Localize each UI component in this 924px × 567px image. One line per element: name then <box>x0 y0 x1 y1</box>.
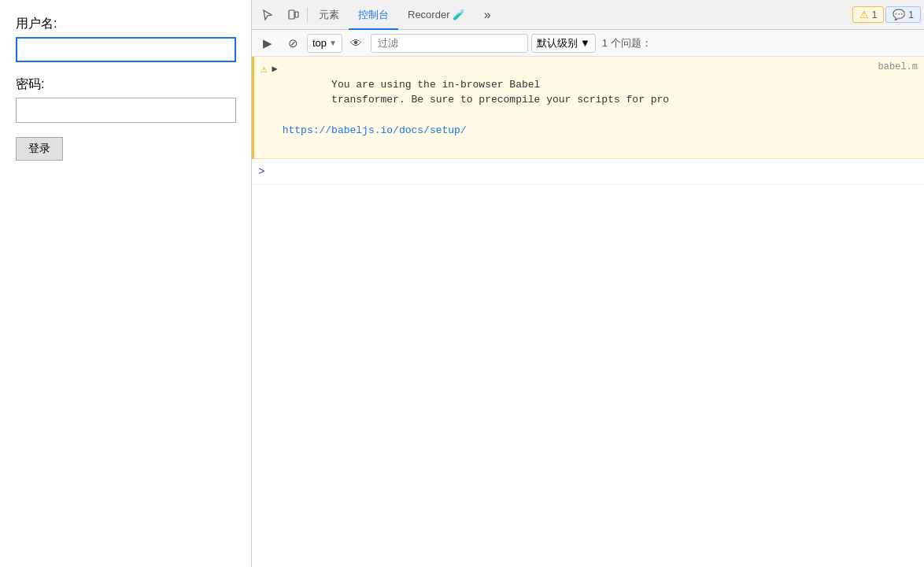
password-label: 密码: <box>16 76 235 93</box>
device-tool-button[interactable] <box>280 3 305 27</box>
filter-input[interactable] <box>371 34 528 53</box>
devtools-panel: 元素 控制台 Recorder 🧪 » ⚠ 1 💬 1 ▶ ⊘ top ▼ <box>252 0 924 567</box>
message-count: 1 <box>908 9 914 20</box>
tab-recorder[interactable]: Recorder 🧪 <box>398 0 475 30</box>
cursor-icon <box>261 9 274 21</box>
console-warning-icon: ⚠ <box>261 62 267 76</box>
console-prompt-row: > <box>252 159 924 185</box>
expand-warning-button[interactable]: ▶ <box>272 63 277 75</box>
tab-console[interactable]: 控制台 <box>349 0 398 30</box>
console-prompt-arrow[interactable]: > <box>258 165 264 178</box>
play-icon: ▶ <box>263 36 272 50</box>
console-toolbar: ▶ ⊘ top ▼ 👁 默认级别 ▼ 1 个问题： <box>252 30 924 57</box>
tab-separator <box>307 8 308 22</box>
devtools-tabbar: 元素 控制台 Recorder 🧪 » ⚠ 1 💬 1 <box>252 0 924 30</box>
dropdown-arrow-icon: ▼ <box>329 39 337 47</box>
issues-count: 1 个问题： <box>599 36 652 50</box>
svg-rect-1 <box>295 12 298 17</box>
tab-elements[interactable]: 元素 <box>309 0 349 30</box>
console-warning-source: babel.m <box>878 61 918 72</box>
block-button[interactable]: ⊘ <box>282 33 304 54</box>
username-input[interactable] <box>16 37 236 62</box>
message-badge[interactable]: 💬 1 <box>885 6 921 23</box>
console-content: ⚠ ▶ You are using the in-browser Babel t… <box>252 57 924 567</box>
warning-badge[interactable]: ⚠ 1 <box>852 6 885 23</box>
login-panel: 用户名: 密码: 登录 <box>0 0 252 567</box>
tabbar-right: ⚠ 1 💬 1 <box>852 6 921 23</box>
cursor-tool-button[interactable] <box>255 3 280 27</box>
level-dropdown[interactable]: 默认级别 ▼ <box>531 34 596 53</box>
run-button[interactable]: ▶ <box>257 33 279 54</box>
eye-icon: 👁 <box>350 36 362 50</box>
block-icon: ⊘ <box>288 36 298 50</box>
password-input[interactable] <box>16 98 236 123</box>
context-value: top <box>312 37 327 49</box>
username-label: 用户名: <box>16 16 235 32</box>
device-icon <box>286 9 299 21</box>
more-tabs-button[interactable]: » <box>475 3 500 27</box>
svg-rect-0 <box>289 10 294 19</box>
context-dropdown[interactable]: top ▼ <box>307 34 342 53</box>
console-warning-text: You are using the in-browser Babel trans… <box>283 61 874 154</box>
babel-setup-link[interactable]: https://babeljs.io/docs/setup/ <box>283 124 467 136</box>
console-warning-row: ⚠ ▶ You are using the in-browser Babel t… <box>252 57 924 159</box>
level-value: 默认级别 <box>537 36 578 50</box>
message-icon: 💬 <box>893 9 905 20</box>
level-arrow-icon: ▼ <box>580 37 590 49</box>
eye-button[interactable]: 👁 <box>346 33 368 54</box>
warning-count: 1 <box>872 9 878 20</box>
login-button[interactable]: 登录 <box>16 137 63 161</box>
warning-icon: ⚠ <box>859 9 869 20</box>
